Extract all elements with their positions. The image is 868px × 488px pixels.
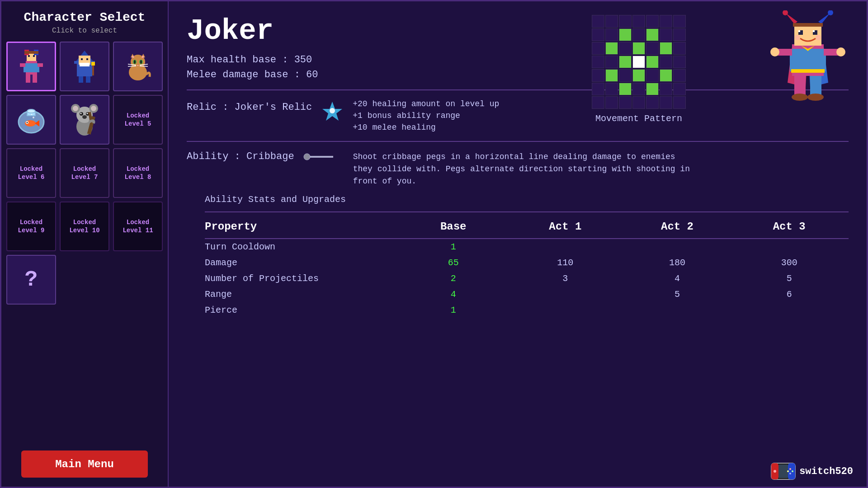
svg-rect-19 <box>92 64 94 75</box>
svg-point-57 <box>80 113 81 114</box>
svg-rect-18 <box>86 58 88 60</box>
locked-level-8-text: LockedLevel 8 <box>125 165 151 181</box>
svg-point-54 <box>91 106 96 111</box>
svg-rect-20 <box>91 62 95 66</box>
grid-cell <box>592 83 604 95</box>
svg-point-47 <box>33 117 34 118</box>
stats-act3 <box>736 239 849 255</box>
stats-act2: 4 <box>625 271 737 286</box>
grid-cell <box>646 28 659 41</box>
grid-cell <box>605 15 618 28</box>
svg-line-35 <box>128 66 136 66</box>
char-slot-locked8[interactable]: LockedLevel 8 <box>113 148 163 198</box>
grid-cell <box>632 96 645 109</box>
svg-point-85 <box>792 94 808 101</box>
joker-large-sprite-icon <box>765 10 851 101</box>
svg-point-82 <box>836 47 845 56</box>
locked-level-5-text: LockedLevel 5 <box>125 112 151 128</box>
grid-cell <box>632 69 645 82</box>
stats-act2 <box>625 239 737 255</box>
grid-cell <box>646 56 659 68</box>
char-slot-fishbowl[interactable] <box>6 95 56 145</box>
svg-point-48 <box>31 113 32 115</box>
switch-logo: switch520 <box>771 463 853 480</box>
grid-cell <box>673 42 686 55</box>
stats-property: Range <box>205 286 401 302</box>
grid-cell <box>605 69 618 82</box>
svg-point-59 <box>82 115 87 119</box>
stats-act2: 5 <box>625 286 737 302</box>
svg-point-31 <box>134 60 136 64</box>
stats-base: 1 <box>401 302 513 318</box>
char-slot-koala[interactable] <box>60 95 109 145</box>
char-slot-locked7[interactable]: LockedLevel 7 <box>60 148 109 198</box>
melee-damage-stat: Melee damage base : 60 <box>187 69 849 80</box>
right-panel: Movement Pattern <box>169 1 867 487</box>
char-slot-locked9[interactable]: LockedLevel 9 <box>6 202 56 251</box>
joker-large-sprite <box>763 10 853 101</box>
stats-act2: 180 <box>625 255 737 271</box>
svg-rect-16 <box>80 63 90 66</box>
svg-rect-1 <box>24 63 39 72</box>
stats-base: 1 <box>401 239 513 255</box>
stats-table-header: Act 1 <box>513 217 625 238</box>
svg-rect-22 <box>86 76 90 83</box>
grid-cell <box>619 96 632 109</box>
ability-row: Ability : Cribbage Shoot cribbage pegs i… <box>187 151 849 188</box>
ability-description: Shoot cribbage pegs in a horizontal line… <box>353 151 692 188</box>
svg-rect-17 <box>81 58 83 60</box>
svg-rect-7 <box>33 75 37 83</box>
grid-cell <box>632 28 645 41</box>
grid-cell <box>632 83 645 95</box>
svg-point-100 <box>787 470 789 472</box>
char-slot-locked10[interactable]: LockedLevel 10 <box>60 202 109 251</box>
char-slot-locked6[interactable]: LockedLevel 6 <box>6 148 56 198</box>
grid-cell <box>592 15 604 28</box>
stats-act1 <box>513 286 625 302</box>
stats-property: Turn Cooldown <box>205 239 401 255</box>
stats-table-header: Act 2 <box>625 217 737 238</box>
stats-act3: 6 <box>736 286 849 302</box>
char-slot-unknown[interactable]: ? <box>6 255 56 305</box>
ability-label: Ability : Cribbage <box>187 151 294 162</box>
ability-section: Ability : Cribbage <box>187 151 335 162</box>
char-slot-locked11[interactable]: LockedLevel 11 <box>113 202 163 251</box>
svg-rect-76 <box>813 30 815 32</box>
grid-cell <box>673 15 686 28</box>
char-slot-wizard[interactable] <box>60 42 109 91</box>
stats-property: Pierce <box>205 302 401 318</box>
main-menu-button[interactable]: Main Menu <box>21 450 148 478</box>
char-slot-joker[interactable] <box>6 42 56 91</box>
stats-base: 2 <box>401 271 513 286</box>
grid-cell <box>660 56 672 68</box>
svg-rect-21 <box>79 76 83 83</box>
locked-level-10-text: LockedLevel 10 <box>69 218 99 235</box>
svg-rect-6 <box>26 75 30 83</box>
fishbowl-sprite-icon <box>14 103 48 137</box>
joker-relic-icon <box>322 101 343 121</box>
relic-label: Relic : Joker's Relic <box>187 102 312 113</box>
grid-cell <box>646 96 659 109</box>
character-select-title: Character Select <box>24 10 146 24</box>
svg-rect-8 <box>20 63 25 67</box>
stats-act2 <box>625 302 737 318</box>
character-grid: LockedLevel 5 LockedLevel 6 LockedLevel … <box>6 42 163 305</box>
relic-bonuses: +20 healing amount on level up+1 bonus a… <box>353 99 499 132</box>
stats-act3: 300 <box>736 255 849 271</box>
locked-level-9-text: LockedLevel 9 <box>18 218 45 235</box>
grid-cell <box>632 15 645 28</box>
grid-cell <box>619 83 632 95</box>
char-slot-locked5[interactable]: LockedLevel 5 <box>113 95 163 145</box>
svg-rect-66 <box>791 69 825 73</box>
svg-point-86 <box>807 94 824 101</box>
stats-base: 4 <box>401 286 513 302</box>
stats-property: Damage <box>205 255 401 271</box>
grid-cell <box>660 96 672 109</box>
grid-cell <box>605 96 618 109</box>
grid-cell <box>605 28 618 41</box>
char-slot-cat[interactable] <box>113 42 163 91</box>
svg-point-89 <box>330 108 335 113</box>
koala-sprite-icon <box>70 103 99 137</box>
joker-sprite-icon <box>14 47 48 86</box>
grid-cell <box>673 96 686 109</box>
